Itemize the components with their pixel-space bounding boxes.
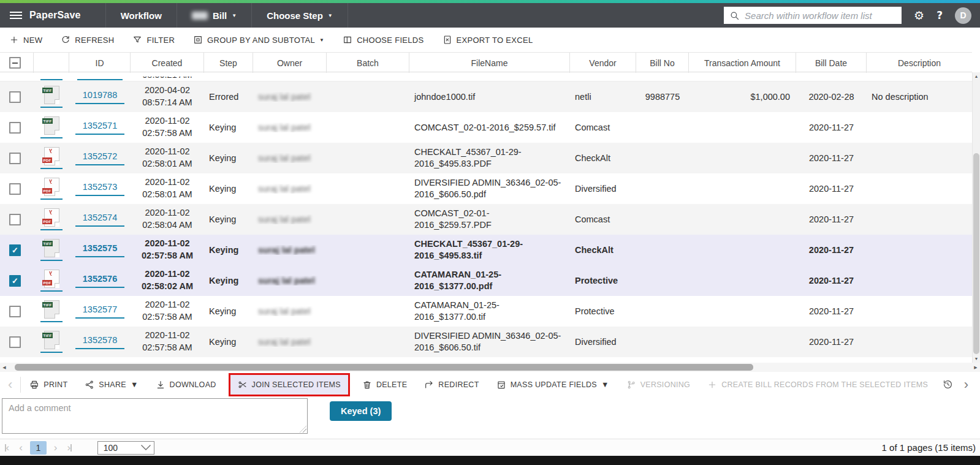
nav-item-label: Bill [213, 10, 227, 21]
scroll-up-arrow[interactable]: ▲ [973, 72, 980, 80]
row-checkbox[interactable] [9, 91, 21, 103]
toolbar-button-choose-fields[interactable]: CHOOSE FIELDS [343, 35, 424, 45]
item-id-link[interactable]: 1019788 [75, 90, 124, 104]
keyed-status-button[interactable]: Keyed (3) [330, 401, 392, 421]
row-checkbox[interactable] [9, 153, 21, 164]
scroll-left-arrow[interactable]: ◀ [0, 363, 9, 372]
cell-filename: DIVERSIFIED ADMIN_36346_02-05-2016_$606.… [409, 330, 570, 353]
action-button-join-selected-items[interactable]: JOIN SELECTED ITEMS [229, 373, 350, 396]
actions-scroll-right-chevron[interactable]: › [956, 378, 976, 391]
row-checkbox[interactable] [9, 306, 21, 317]
share-icon [85, 380, 94, 390]
pdf-file-icon[interactable]: λPDF [34, 270, 69, 292]
item-id-link[interactable]: 1352572 [75, 151, 124, 165]
action-button-share[interactable]: SHARE▼ [76, 375, 146, 395]
nav-item-choose-step[interactable]: Choose Step ▼ [252, 3, 348, 28]
comment-input[interactable] [2, 398, 308, 434]
cell-description: No description [867, 92, 972, 102]
page-size-select[interactable]: 100 [97, 441, 154, 455]
row-checkbox[interactable] [9, 214, 21, 225]
column-header-id[interactable]: ID [69, 53, 131, 73]
column-header-transaction-amount[interactable]: Transaction Amount [689, 53, 796, 73]
table-row[interactable]: TIFF13525782020-11-0202:57:58 AMKeyingsu… [0, 327, 972, 357]
toolbar-button-new[interactable]: NEW [9, 35, 42, 45]
tiff-file-icon[interactable]: TIFF [34, 239, 69, 261]
nav-item-bill[interactable]: Bill ▼ [177, 3, 251, 28]
cell-filename: COMCAST_02-01-2016_$259.57.tif [409, 122, 570, 134]
horizontal-scroll-thumb[interactable] [15, 364, 753, 371]
tiff-file-icon[interactable]: TIFF [34, 86, 69, 108]
history-icon[interactable] [942, 379, 954, 390]
toolbar-button-export-to-excel[interactable]: EXPORT TO EXCEL [443, 35, 533, 45]
table-row[interactable]: λPDF13525742020-11-0202:58:04 AMKeyingsu… [0, 204, 972, 235]
cell-step: Keying [204, 276, 253, 285]
help-icon[interactable]: ? [936, 10, 943, 21]
horizontal-scrollbar[interactable]: ◀ ▶ [0, 363, 980, 372]
table-row[interactable]: TIFF13525712020-11-0202:57:58 AMKeyingsu… [0, 112, 972, 143]
avatar[interactable]: D [955, 7, 971, 24]
table-row[interactable]: λPDF13525732020-11-0202:58:01 AMKeyingsu… [0, 173, 972, 204]
column-header-bill-date[interactable]: Bill Date [796, 53, 867, 73]
current-page-indicator[interactable]: 1 [30, 441, 47, 455]
tiff-file-icon[interactable]: TIFF [34, 116, 69, 138]
vertical-scroll-thumb[interactable] [973, 153, 979, 354]
action-button-print[interactable]: PRINT [21, 375, 76, 395]
cell-owner: suraj lal patel [253, 337, 327, 347]
first-page-button[interactable]: ‹ [0, 442, 14, 453]
vertical-scrollbar[interactable]: ▲ ▼ [972, 72, 980, 363]
column-header-owner[interactable]: Owner [253, 53, 327, 73]
action-button-redirect[interactable]: REDIRECT [416, 375, 487, 395]
table-row[interactable]: ✓TIFF13525752020-11-0202:57:58 AMKeyings… [0, 235, 972, 265]
row-checkbox[interactable]: ✓ [9, 275, 21, 287]
table-row[interactable]: λPDF13525722020-11-0202:58:01 AMKeyingsu… [0, 143, 972, 173]
toolbar-button-group-by-and-subtotal[interactable]: GROUP BY AND SUBTOTAL▼ [193, 35, 324, 45]
item-id-link[interactable]: 1352573 [75, 182, 124, 196]
row-checkbox[interactable]: ✓ [9, 244, 21, 256]
tiff-file-icon[interactable]: TIFF [34, 300, 69, 322]
hamburger-menu-icon[interactable] [10, 12, 22, 19]
select-all-checkbox[interactable] [9, 57, 21, 69]
item-id-link[interactable]: 1352571 [75, 121, 124, 135]
column-header-batch[interactable]: Batch [327, 53, 409, 73]
scroll-right-arrow[interactable]: ▶ [971, 363, 980, 372]
column-header-created[interactable]: Created [131, 53, 204, 73]
column-header-step[interactable]: Step [204, 53, 253, 73]
action-button-download[interactable]: DOWNLOAD [147, 375, 225, 395]
column-header-bill-no[interactable]: Bill No [636, 53, 689, 73]
toolbar-button-refresh[interactable]: REFRESH [61, 35, 114, 45]
cell-vendor: CheckAlt [570, 153, 636, 163]
item-id-link[interactable]: 1352576 [75, 274, 124, 288]
table-row[interactable]: ✓λPDF13525762020-11-0202:58:02 AMKeyings… [0, 265, 972, 296]
pdf-file-icon[interactable]: λPDF [34, 208, 69, 230]
nav-item-label: Workflow [121, 10, 162, 21]
row-checkbox[interactable] [9, 183, 21, 195]
nav-item-workflow[interactable]: Workflow [106, 3, 177, 28]
toolbar-button-filter[interactable]: FILTER [132, 35, 175, 45]
next-page-button[interactable]: › [49, 442, 63, 453]
item-id-link[interactable]: 1352574 [75, 213, 124, 227]
action-button-mass-update-fields[interactable]: MASS UPDATE FIELDS▼ [488, 375, 618, 395]
action-button-label: DELETE [376, 380, 407, 389]
item-id-link[interactable]: 1352577 [75, 304, 124, 319]
tiff-file-icon[interactable]: TIFF [34, 331, 69, 353]
action-button-delete[interactable]: DELETE [354, 375, 416, 395]
last-page-button[interactable]: › [63, 442, 77, 453]
previous-page-button[interactable]: ‹ [14, 442, 28, 453]
actions-scroll-left-chevron[interactable]: ‹ [0, 378, 20, 391]
column-header-filename[interactable]: FileName [409, 53, 570, 73]
search-input[interactable] [745, 10, 896, 21]
column-header-description[interactable]: Description [867, 53, 972, 73]
cell-step: Keying [204, 184, 253, 194]
row-checkbox[interactable] [9, 336, 21, 348]
item-id-link[interactable]: 1352575 [75, 243, 124, 257]
cell-step: Keying [204, 337, 253, 347]
pdf-file-icon[interactable]: λPDF [34, 178, 69, 200]
row-checkbox[interactable] [9, 122, 21, 134]
table-row[interactable]: TIFF10197882020-04-0208:57:14 AMErroreds… [0, 81, 972, 112]
table-row[interactable]: TIFF13525772020-11-0202:57:58 AMKeyingsu… [0, 296, 972, 327]
column-header-vendor[interactable]: Vendor [570, 53, 636, 73]
item-id-link[interactable]: 1352578 [75, 335, 124, 349]
gear-icon[interactable]: ⚙ [914, 10, 924, 21]
scroll-down-arrow[interactable]: ▼ [973, 355, 980, 363]
pdf-file-icon[interactable]: λPDF [34, 147, 69, 169]
